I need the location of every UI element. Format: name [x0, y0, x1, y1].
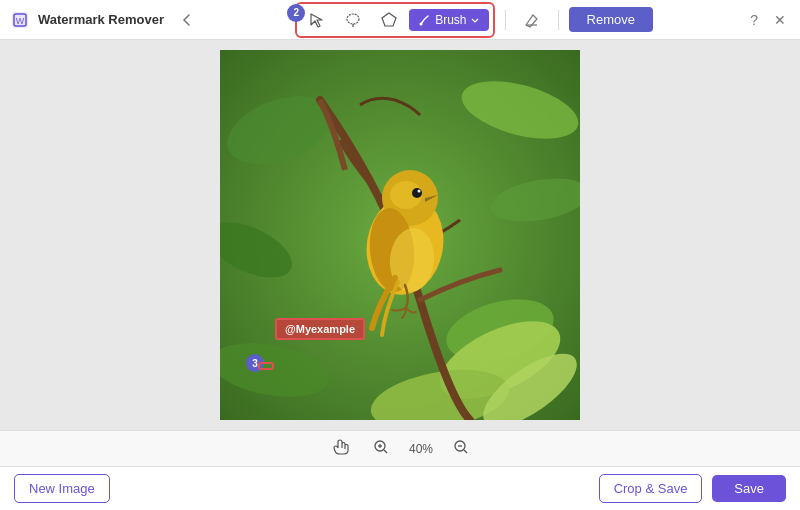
help-button[interactable]: ? [746, 10, 762, 30]
toolbar-center: 2 [295, 2, 653, 38]
image-canvas: 3 @Myexample [220, 50, 580, 420]
hand-tool-button[interactable] [327, 436, 353, 461]
zoom-level: 40% [409, 442, 433, 456]
polygon-tool-button[interactable] [373, 6, 405, 34]
close-button[interactable]: ✕ [770, 10, 790, 30]
app-title: Watermark Remover [38, 12, 164, 27]
crop-save-button[interactable]: Crop & Save [599, 474, 703, 503]
select-tool-button[interactable] [301, 6, 333, 34]
app-icon: W [10, 10, 30, 30]
footer: New Image Crop & Save Save [0, 466, 800, 510]
svg-marker-5 [382, 13, 396, 26]
bird-image [220, 50, 580, 420]
footer-left: New Image [14, 474, 110, 503]
svg-line-31 [464, 450, 467, 453]
watermark-text: @Myexample [275, 318, 365, 340]
remove-button[interactable]: Remove [569, 7, 653, 32]
svg-line-28 [384, 450, 387, 453]
toolbar-separator2 [558, 10, 559, 30]
erase-tool-button[interactable] [516, 6, 548, 34]
brush-tool-button[interactable]: Brush [409, 9, 488, 31]
title-bar: W Watermark Remover 2 [0, 0, 800, 40]
lasso-tool-button[interactable] [337, 6, 369, 34]
tool-group: Brush [295, 2, 494, 38]
back-button[interactable] [172, 7, 202, 33]
brush-label: Brush [435, 13, 466, 27]
main-canvas: 3 @Myexample [0, 40, 800, 430]
zoom-in-button[interactable] [369, 437, 393, 460]
svg-point-3 [347, 14, 359, 24]
toolbar-separator [505, 10, 506, 30]
svg-point-23 [412, 188, 422, 198]
footer-right: Crop & Save Save [599, 474, 786, 503]
step2-badge: 2 [287, 4, 305, 22]
watermark-box: @Myexample [258, 362, 274, 370]
step2-wrapper: 2 [295, 2, 494, 38]
svg-point-6 [420, 22, 423, 25]
svg-text:W: W [16, 16, 25, 26]
title-bar-left: W Watermark Remover [10, 7, 202, 33]
zoom-out-button[interactable] [449, 437, 473, 460]
save-button[interactable]: Save [712, 475, 786, 502]
svg-point-24 [418, 190, 421, 193]
zoom-toolbar: 40% [0, 430, 800, 466]
title-bar-right: ? ✕ [746, 10, 790, 30]
new-image-button[interactable]: New Image [14, 474, 110, 503]
